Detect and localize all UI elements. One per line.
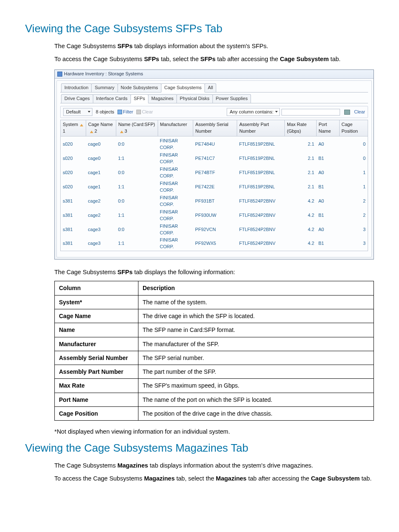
tab-node-subsystems[interactable]: Node Subsystems — [118, 83, 161, 92]
filter-label: Filter — [123, 109, 133, 114]
table-cell: A0 — [316, 136, 339, 152]
sfps-data-table: System 1Cage Name 2Name (Card:SFP) 3Manu… — [60, 120, 368, 251]
subtab-power-supplies[interactable]: Power Supplies — [212, 94, 251, 103]
table-cell: FINISAR CORP. — [158, 166, 193, 180]
table-cell: A0 — [316, 166, 339, 180]
column-header[interactable]: Assembly Part Number — [237, 120, 285, 136]
tab-introduction[interactable]: Introduction — [61, 83, 92, 92]
subtab-physical-disks[interactable]: Physical Disks — [176, 94, 213, 103]
desc-row: Assembly Serial NumberThe SFP serial num… — [55, 351, 374, 365]
table-cell: 2.1 — [284, 180, 316, 194]
table-cell: FINISAR CORP. — [158, 208, 193, 223]
table-cell: cage1 — [86, 166, 116, 180]
text: tab displays information about the syste… — [148, 462, 313, 469]
filter-icon — [118, 110, 122, 114]
window-title: Hardware Inventory : Storage Systems — [64, 71, 143, 77]
table-row[interactable]: s381cage31:1FINISAR CORP.PF92WX5FTLF8524… — [61, 236, 368, 251]
column-header[interactable]: Cage Position — [339, 120, 368, 136]
table-cell: 1:1 — [116, 152, 158, 166]
text-bold: Cage Subsystem — [280, 56, 329, 62]
column-header[interactable]: Assembly Serial Number — [193, 120, 237, 136]
table-cell: PF92WX5 — [193, 236, 237, 251]
column-header[interactable]: System 1 — [61, 120, 86, 136]
desc-column-desc: The drive cage in which the SFP is locat… — [138, 309, 374, 323]
table-row[interactable]: s020cage10:0FINISAR CORP.PE74BTFFTLF8519… — [61, 166, 368, 180]
print-icon[interactable] — [344, 110, 350, 115]
table-row[interactable]: s020cage11:1FINISAR CORP.PE7422EFTLF8519… — [61, 180, 368, 194]
subtab-sfps[interactable]: SFPs — [130, 94, 148, 103]
table-cell: FINISAR CORP. — [158, 236, 193, 251]
text: tab displays the following information: — [133, 269, 235, 275]
desc-column-name: Manufacturer — [55, 337, 138, 351]
table-cell: 4.2 — [284, 236, 316, 251]
tab-all[interactable]: All — [205, 83, 216, 92]
table-row[interactable]: s381cage30:0FINISAR CORP.PF92VCNFTLF8524… — [61, 223, 368, 237]
table-row[interactable]: s381cage21:1FINISAR CORP.PF930UWFTLF8524… — [61, 208, 368, 223]
table-row[interactable]: s020cage01:1FINISAR CORP.PE741C7FTLF8519… — [61, 152, 368, 166]
search-input[interactable] — [281, 109, 340, 116]
text-bold: SFPs — [118, 43, 133, 49]
intro-para-magazines: The Cage Subsystems Magazines tab displa… — [54, 461, 374, 470]
table-cell: 2 — [339, 194, 368, 208]
table-cell: 0:0 — [116, 166, 158, 180]
column-header[interactable]: Manufacturer — [158, 120, 193, 136]
table-cell: 0:0 — [116, 136, 158, 152]
desc-column-desc: The SFP's maximum speed, in Gbps. — [138, 379, 374, 393]
tab-cage-subsystems[interactable]: Cage Subsystems — [161, 83, 205, 93]
column-header[interactable]: Name (Card:SFP) 3 — [116, 120, 158, 136]
table-cell: cage0 — [86, 136, 116, 152]
window-icon — [57, 72, 62, 77]
text-bold: SFPs — [118, 269, 133, 275]
column-header[interactable]: Port Name — [316, 120, 339, 136]
text-bold: Magazines — [118, 462, 148, 469]
desc-column-desc: The SFP name in Card:SFP format. — [138, 323, 374, 337]
table-cell: PE74BTF — [193, 166, 237, 180]
text: tab. — [360, 475, 371, 482]
text: tab after accessing the — [246, 475, 311, 482]
lower-tab-row: Drive CagesInterface CardsSFPsMagazinesP… — [60, 94, 368, 103]
view-dropdown[interactable]: Default — [63, 108, 92, 116]
table-cell: FINISAR CORP. — [158, 223, 193, 237]
table-cell: 1:1 — [116, 236, 158, 251]
table-row[interactable]: s381cage20:0FINISAR CORP.PF931BTFTLF8524… — [61, 194, 368, 208]
table-cell: cage0 — [86, 152, 116, 166]
access-para-sfps: To access the Cage Subsystems SFPs tab, … — [54, 55, 374, 64]
table-cell: cage2 — [86, 208, 116, 223]
sort-order: 1 — [63, 129, 65, 134]
subtab-drive-cages[interactable]: Drive Cages — [61, 94, 93, 103]
table-cell: A0 — [316, 194, 339, 208]
upper-tab-row: IntroductionSummaryNode SubsystemsCage S… — [60, 83, 368, 93]
clear-search-button[interactable]: Clear — [354, 109, 365, 116]
desc-column-desc: The manufacturer of the SFP. — [138, 337, 374, 351]
table-cell: 1 — [339, 166, 368, 180]
subtab-interface-cards[interactable]: Interface Cards — [93, 94, 131, 103]
column-header[interactable]: Cage Name 2 — [86, 120, 116, 136]
table-cell: PF930UW — [193, 208, 237, 223]
table-cell: B1 — [316, 236, 339, 251]
desc-column-name: Cage Position — [55, 407, 138, 421]
clear-filter-button[interactable]: Clear — [136, 109, 153, 116]
table-cell: FINISAR CORP. — [158, 136, 193, 152]
table-cell: 0:0 — [116, 223, 158, 237]
sort-indicator-icon — [80, 124, 83, 126]
table-cell: FTLF8519P2BNL — [237, 152, 285, 166]
clear-icon — [136, 110, 141, 114]
filter-button[interactable]: Filter — [118, 109, 133, 116]
text: To access the Cage Subsystems — [54, 475, 144, 482]
table-cell: cage3 — [86, 223, 116, 237]
table-cell: FINISAR CORP. — [158, 180, 193, 194]
table-cell: PE7484U — [193, 136, 237, 152]
clear-label: Clear — [142, 109, 153, 114]
subtab-magazines[interactable]: Magazines — [148, 94, 177, 103]
desc-row: NameThe SFP name in Card:SFP format. — [55, 323, 374, 337]
desc-column-desc: The name of the system. — [138, 295, 374, 309]
table-cell: B1 — [316, 152, 339, 166]
desc-column-name: Assembly Part Number — [55, 365, 138, 379]
screenshot-panel: Hardware Inventory : Storage Systems Int… — [54, 69, 374, 260]
desc-row: Assembly Part NumberThe part number of t… — [55, 365, 374, 379]
tab-summary[interactable]: Summary — [91, 83, 118, 92]
table-row[interactable]: s020cage00:0FINISAR CORP.PE7484UFTLF8519… — [61, 136, 368, 152]
any-column-dropdown[interactable]: Any column contains: — [227, 108, 280, 116]
column-header[interactable]: Max Rate (Gbps) — [284, 120, 316, 136]
desc-column-desc: The part number of the SFP. — [138, 365, 374, 379]
